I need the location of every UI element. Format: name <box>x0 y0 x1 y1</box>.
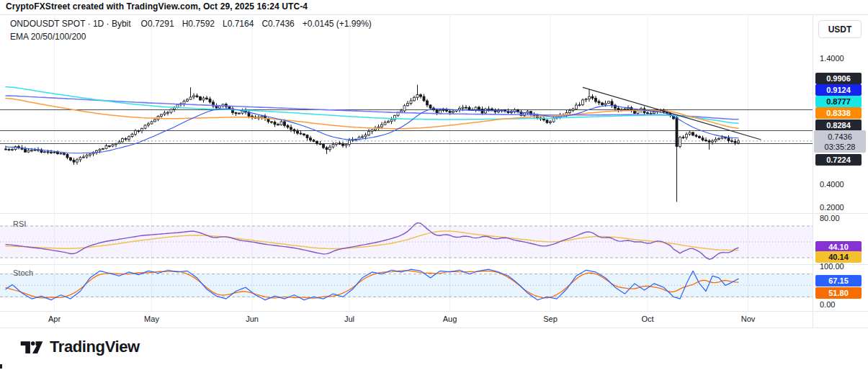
ohlc-high: H0.7592 <box>182 19 215 29</box>
tradingview-logo-icon <box>20 339 43 355</box>
rsi-pane-label[interactable]: RSI <box>13 220 26 228</box>
axis-value-label: 1.4000 <box>820 53 844 64</box>
axis-price-badge: 0.9906 <box>815 73 862 84</box>
tradingview-chart-widget: CryptoFXStreet created with TradingView.… <box>0 0 868 370</box>
time-axis-month-label: Jul <box>344 315 354 323</box>
time-axis-month-label: May <box>144 315 159 323</box>
axis-price-badge: 51.80 <box>815 287 862 299</box>
symbol-legend[interactable]: ONDOUSDT SPOT · 1D · BybitO0.7291H0.7592… <box>10 19 380 29</box>
bar-countdown: 03:35:28 <box>825 142 856 152</box>
time-axis-month-label: Aug <box>443 315 457 323</box>
stoch-pane[interactable] <box>0 264 813 311</box>
time-axis-month-label: Nov <box>741 315 756 323</box>
ohlc-close: C0.7436 <box>261 19 294 29</box>
symbol-title: ONDOUSDT SPOT · 1D · Bybit <box>10 19 131 29</box>
stoch-pane-label[interactable]: Stoch <box>13 269 33 277</box>
chart-bottom-border <box>0 328 868 328</box>
axis-value-label: 80.00 <box>820 212 840 224</box>
time-axis-month-label: Sep <box>543 315 558 323</box>
axis-price-badge: 67.15 <box>815 275 862 286</box>
time-axis-month-label: Oct <box>641 315 653 323</box>
main-price-pane[interactable] <box>0 14 813 213</box>
axis-price-badge: 0.8338 <box>815 107 862 119</box>
time-axis-month-label: Apr <box>48 315 61 323</box>
axis-price-badge: 0.7224 <box>815 154 862 166</box>
axis-value-label: 0.00 <box>820 299 835 310</box>
ohlc-open: O0.7291 <box>141 19 174 29</box>
time-axis-month-label: Jun <box>246 315 259 323</box>
change-value: +0.0145 (+1.99%) <box>303 19 372 29</box>
time-axis[interactable]: AprMayJunJulAugSepOctNov <box>0 311 868 328</box>
tradingview-logo-text: TradingView <box>50 338 140 356</box>
price-axis-divider <box>813 14 813 328</box>
ema-indicator-legend[interactable]: EMA 20/50/100/200 <box>10 32 86 42</box>
tradingview-branding[interactable]: TradingView <box>20 338 140 356</box>
axis-price-badge: 0.9124 <box>815 84 862 96</box>
current-price-badge: 0.743603:35:28 <box>814 130 866 153</box>
axis-price-badge: 0.8284 <box>815 119 862 131</box>
ohlc-low: L0.7164 <box>223 19 254 29</box>
axis-value-label: 0.2000 <box>820 202 844 213</box>
currency-unit-button[interactable]: USDT <box>818 20 862 38</box>
rsi-pane[interactable] <box>0 213 813 264</box>
crop-artifact <box>0 364 2 369</box>
credit-line: CryptoFXStreet created with TradingView.… <box>6 1 308 12</box>
axis-value-label: 0.4000 <box>820 179 844 190</box>
axis-value-label: 100.00 <box>820 261 844 272</box>
axis-price-badge: 0.8777 <box>815 96 862 107</box>
